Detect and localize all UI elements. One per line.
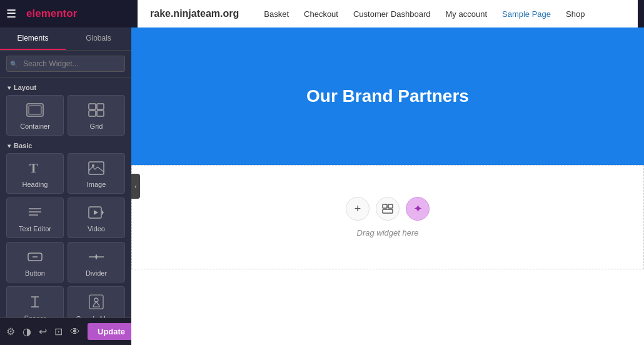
spacer-icon <box>28 295 42 311</box>
ai-button[interactable]: ✦ <box>406 197 430 221</box>
svg-rect-2 <box>89 104 96 109</box>
svg-rect-1 <box>29 106 41 114</box>
image-label: Image <box>87 181 106 188</box>
nav-link-basket[interactable]: Basket <box>264 9 289 19</box>
svg-marker-13 <box>102 210 104 215</box>
container-icon <box>26 103 44 119</box>
sidebar-bottom: ⚙ ◑ ↩ ⊡ 👁 Update ▾ <box>0 318 131 345</box>
widget-heading[interactable]: THeading <box>6 153 64 194</box>
container-label: Container <box>20 122 50 130</box>
top-bar-main: rake.ninjateam.org BasketCheckoutCustome… <box>138 0 638 28</box>
video-icon <box>88 206 104 221</box>
svg-marker-14 <box>94 210 98 215</box>
add-widget-button[interactable]: + <box>346 197 370 221</box>
history-icon[interactable]: ◑ <box>23 326 31 338</box>
canvas: ‹ Our Brand Partners + ✦ <box>131 28 644 345</box>
svg-rect-3 <box>97 104 104 109</box>
widget-grid[interactable]: Grid <box>68 95 125 136</box>
widget-button[interactable]: Button <box>6 242 64 282</box>
widgets-grid-layout: ContainerGrid <box>0 95 131 136</box>
text-editor-icon <box>27 206 43 221</box>
google-maps-icon <box>89 294 104 311</box>
undo-icon[interactable]: ↩ <box>39 326 47 338</box>
settings-icon[interactable]: ⚙ <box>6 326 15 338</box>
collapse-handle[interactable]: ‹ <box>131 174 140 199</box>
video-label: Video <box>88 225 105 232</box>
nav-link-customer-dashboard[interactable]: Customer Dashboard <box>353 9 431 19</box>
top-bar: ☰ elementor rake.ninjateam.org BasketChe… <box>0 0 644 28</box>
update-button[interactable]: Update <box>88 323 131 340</box>
divider-label: Divider <box>86 269 107 277</box>
widget-text-editor[interactable]: Text Editor <box>6 198 64 238</box>
image-icon <box>88 161 104 177</box>
preview-icon[interactable]: 👁 <box>70 326 80 338</box>
section-title-basic: Basic <box>0 136 131 153</box>
hero-section: Our Brand Partners <box>131 28 644 165</box>
svg-rect-25 <box>388 204 393 208</box>
svg-marker-18 <box>95 254 98 260</box>
site-url[interactable]: rake.ninjateam.org <box>150 8 239 19</box>
button-icon <box>27 250 43 266</box>
divider-icon <box>88 250 104 266</box>
nav-link-checkout[interactable]: Checkout <box>304 9 338 19</box>
heading-icon: T <box>28 161 42 177</box>
drop-zone-buttons: + ✦ <box>346 197 430 221</box>
svg-point-8 <box>92 164 94 167</box>
hero-title: Our Brand Partners <box>306 86 469 106</box>
responsive-icon[interactable]: ⊡ <box>54 326 63 338</box>
nav-links: BasketCheckoutCustomer DashboardMy accou… <box>264 9 625 19</box>
widgets-grid-basic: THeadingImageText EditorVideoButtonDivid… <box>0 153 131 318</box>
widget-video[interactable]: Video <box>68 198 125 238</box>
sidebar-content: LayoutContainerGridBasicTHeadingImageTex… <box>0 78 131 318</box>
widget-container[interactable]: Container <box>6 95 64 136</box>
sidebar-tab-globals[interactable]: Globals <box>66 28 131 50</box>
widget-google-maps[interactable]: Google Maps <box>68 286 125 318</box>
widget-divider[interactable]: Divider <box>68 242 125 282</box>
button-label: Button <box>25 269 45 277</box>
page-content: Our Brand Partners + ✦ Drag widget here <box>131 28 644 345</box>
grid-icon <box>88 103 104 119</box>
nav-link-shop[interactable]: Shop <box>566 9 585 19</box>
sidebar: ElementsGlobals LayoutContainerGridBasic… <box>0 28 131 345</box>
top-bar-left: ☰ elementor <box>6 7 138 21</box>
text-editor-label: Text Editor <box>19 225 51 232</box>
nav-link-my-account[interactable]: My account <box>446 9 487 19</box>
widget-image[interactable]: Image <box>68 153 125 194</box>
sidebar-tab-elements[interactable]: Elements <box>0 28 66 50</box>
svg-point-23 <box>94 298 98 302</box>
svg-rect-4 <box>89 111 96 116</box>
grid-label: Grid <box>90 122 103 130</box>
svg-text:T: T <box>29 161 38 175</box>
templates-button[interactable] <box>376 197 400 221</box>
widget-spacer[interactable]: Spacer <box>6 286 64 318</box>
drop-zone-section[interactable]: + ✦ Drag widget here <box>131 165 644 269</box>
search-box <box>0 51 131 78</box>
svg-rect-24 <box>383 204 387 208</box>
heading-label: Heading <box>23 181 48 188</box>
svg-rect-5 <box>97 111 104 116</box>
elementor-logo: elementor <box>26 8 77 20</box>
search-input[interactable] <box>6 56 125 72</box>
main-area: ElementsGlobals LayoutContainerGridBasic… <box>0 28 644 345</box>
section-title-layout: Layout <box>0 78 131 95</box>
hamburger-icon[interactable]: ☰ <box>6 7 16 21</box>
drop-label: Drag widget here <box>357 228 419 238</box>
sidebar-tabs: ElementsGlobals <box>0 28 131 51</box>
nav-link-sample-page[interactable]: Sample Page <box>502 9 551 19</box>
svg-rect-26 <box>383 209 393 213</box>
